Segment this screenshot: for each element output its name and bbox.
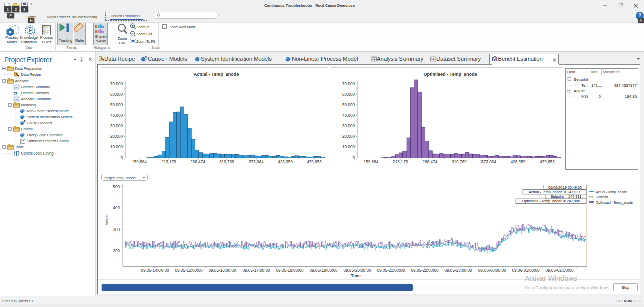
svg-text:09.05-15:00:00: 09.05-15:00:00 (175, 268, 203, 273)
svg-text:400: 400 (113, 206, 120, 210)
svg-text:Value: Value (104, 215, 109, 225)
svg-text:Time: Time (351, 273, 361, 278)
svg-text:09.05-22:00:00: 09.05-22:00:00 (411, 268, 439, 273)
svg-text:09.06-01:00:00: 09.06-01:00:00 (512, 268, 540, 273)
svg-text:09.05-17:00:00: 09.05-17:00:00 (242, 268, 270, 273)
svg-text:Optimised - Temp_anode = 247,9: Optimised - Temp_anode = 247,986 (522, 199, 580, 203)
svg-text:500: 500 (113, 185, 120, 189)
svg-text:09.05-20:00:00: 09.05-20:00:00 (343, 268, 371, 273)
svg-text:200: 200 (113, 249, 120, 253)
svg-text:09.06-02:00:00: 09.06-02:00:00 (545, 268, 574, 273)
svg-text:09.06-00:00:00: 09.06-00:00:00 (478, 268, 506, 273)
svg-text:Actual - Temp_anode: Actual - Temp_anode (596, 190, 627, 194)
svg-text:09.05-18:00:00: 09.05-18:00:00 (276, 268, 304, 273)
svg-text:09.05-14:00:00: 09.05-14:00:00 (141, 268, 169, 273)
svg-text:09.05-23:00:00: 09.05-23:00:00 (444, 268, 472, 273)
svg-text:Setpoint: Setpoint (596, 195, 608, 199)
svg-text:09.05-19:00:00: 09.05-19:00:00 (309, 268, 338, 273)
svg-text:Setpoint = 247,931: Setpoint = 247,931 (551, 194, 582, 199)
svg-text:09.05-16:00:00: 09.05-16:00:00 (208, 268, 236, 273)
svg-text:09.05-21:00:00: 09.05-21:00:00 (377, 268, 405, 273)
svg-text:06/09/2019 02:49:00: 06/09/2019 02:49:00 (548, 185, 582, 190)
svg-text:Actual - Temp_anode = 247,931: Actual - Temp_anode = 247,931 (529, 190, 580, 194)
svg-text:Optimised - Temp_anode: Optimised - Temp_anode (596, 201, 633, 205)
svg-text:300: 300 (113, 227, 120, 232)
